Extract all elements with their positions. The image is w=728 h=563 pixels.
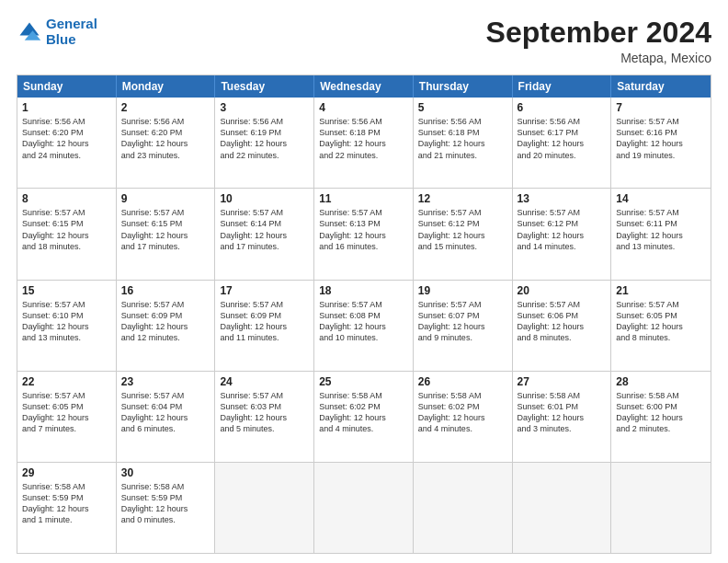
cal-cell-5-3 <box>314 463 414 553</box>
cell-info: Sunrise: 5:57 AM Sunset: 6:05 PM Dayligh… <box>616 299 706 344</box>
cal-cell-5-0: 29Sunrise: 5:58 AM Sunset: 5:59 PM Dayli… <box>17 463 117 553</box>
day-number: 10 <box>220 192 309 205</box>
cal-cell-2-6: 14Sunrise: 5:57 AM Sunset: 6:11 PM Dayli… <box>611 189 711 279</box>
logo-icon <box>17 19 42 45</box>
day-number: 7 <box>616 101 706 114</box>
header-sunday: Sunday <box>17 75 117 98</box>
day-number: 18 <box>319 284 408 297</box>
day-number: 11 <box>319 192 408 205</box>
cal-cell-3-0: 15Sunrise: 5:57 AM Sunset: 6:10 PM Dayli… <box>17 281 117 371</box>
day-number: 20 <box>518 284 607 297</box>
cell-info: Sunrise: 5:58 AM Sunset: 5:59 PM Dayligh… <box>121 481 210 526</box>
cal-cell-3-6: 21Sunrise: 5:57 AM Sunset: 6:05 PM Dayli… <box>611 281 711 371</box>
header-monday: Monday <box>117 75 216 98</box>
day-number: 8 <box>22 192 111 205</box>
header-friday: Friday <box>513 75 612 98</box>
cell-info: Sunrise: 5:57 AM Sunset: 6:09 PM Dayligh… <box>220 299 309 344</box>
page: General Blue September 2024 Metapa, Mexi… <box>0 0 728 563</box>
cal-cell-1-4: 5Sunrise: 5:56 AM Sunset: 6:18 PM Daylig… <box>414 98 513 188</box>
cal-cell-1-5: 6Sunrise: 5:56 AM Sunset: 6:17 PM Daylig… <box>513 98 612 188</box>
cal-cell-2-2: 10Sunrise: 5:57 AM Sunset: 6:14 PM Dayli… <box>215 189 314 279</box>
week-row-4: 22Sunrise: 5:57 AM Sunset: 6:05 PM Dayli… <box>17 371 711 462</box>
cal-cell-1-6: 7Sunrise: 5:57 AM Sunset: 6:16 PM Daylig… <box>611 98 711 188</box>
day-number: 19 <box>418 284 507 297</box>
cal-cell-4-5: 27Sunrise: 5:58 AM Sunset: 6:01 PM Dayli… <box>513 372 612 462</box>
cal-cell-4-3: 25Sunrise: 5:58 AM Sunset: 6:02 PM Dayli… <box>314 372 414 462</box>
day-number: 14 <box>616 192 706 205</box>
cell-info: Sunrise: 5:57 AM Sunset: 6:09 PM Dayligh… <box>121 299 210 344</box>
header-tuesday: Tuesday <box>215 75 314 98</box>
cal-cell-5-2 <box>215 463 314 553</box>
cal-cell-5-4 <box>414 463 513 553</box>
cal-cell-3-4: 19Sunrise: 5:57 AM Sunset: 6:07 PM Dayli… <box>414 281 513 371</box>
cal-cell-2-1: 9Sunrise: 5:57 AM Sunset: 6:15 PM Daylig… <box>117 189 216 279</box>
cell-info: Sunrise: 5:58 AM Sunset: 6:02 PM Dayligh… <box>319 390 408 435</box>
cell-info: Sunrise: 5:57 AM Sunset: 6:12 PM Dayligh… <box>518 207 607 252</box>
cell-info: Sunrise: 5:57 AM Sunset: 6:11 PM Dayligh… <box>616 207 706 252</box>
cell-info: Sunrise: 5:57 AM Sunset: 6:07 PM Dayligh… <box>418 299 507 344</box>
cal-cell-3-1: 16Sunrise: 5:57 AM Sunset: 6:09 PM Dayli… <box>117 281 216 371</box>
calendar-header: Sunday Monday Tuesday Wednesday Thursday… <box>17 75 711 98</box>
cell-info: Sunrise: 5:56 AM Sunset: 6:20 PM Dayligh… <box>121 116 210 161</box>
header-thursday: Thursday <box>414 75 513 98</box>
cell-info: Sunrise: 5:56 AM Sunset: 6:19 PM Dayligh… <box>220 116 309 161</box>
cal-cell-4-2: 24Sunrise: 5:57 AM Sunset: 6:03 PM Dayli… <box>215 372 314 462</box>
day-number: 6 <box>518 101 607 114</box>
cell-info: Sunrise: 5:57 AM Sunset: 6:03 PM Dayligh… <box>220 390 309 435</box>
cal-cell-1-2: 3Sunrise: 5:56 AM Sunset: 6:19 PM Daylig… <box>215 98 314 188</box>
day-number: 22 <box>22 375 111 388</box>
location: Metapa, Mexico <box>486 51 711 65</box>
cal-cell-5-5 <box>513 463 612 553</box>
cell-info: Sunrise: 5:56 AM Sunset: 6:18 PM Dayligh… <box>319 116 408 161</box>
cal-cell-1-0: 1Sunrise: 5:56 AM Sunset: 6:20 PM Daylig… <box>17 98 117 188</box>
logo: General Blue <box>17 17 97 47</box>
cell-info: Sunrise: 5:58 AM Sunset: 6:02 PM Dayligh… <box>418 390 507 435</box>
cal-cell-4-0: 22Sunrise: 5:57 AM Sunset: 6:05 PM Dayli… <box>17 372 117 462</box>
title-area: September 2024 Metapa, Mexico <box>486 17 711 65</box>
cal-cell-3-5: 20Sunrise: 5:57 AM Sunset: 6:06 PM Dayli… <box>513 281 612 371</box>
cell-info: Sunrise: 5:56 AM Sunset: 6:20 PM Dayligh… <box>22 116 111 161</box>
cell-info: Sunrise: 5:57 AM Sunset: 6:06 PM Dayligh… <box>518 299 607 344</box>
cal-cell-4-4: 26Sunrise: 5:58 AM Sunset: 6:02 PM Dayli… <box>414 372 513 462</box>
header-saturday: Saturday <box>611 75 711 98</box>
cell-info: Sunrise: 5:58 AM Sunset: 6:00 PM Dayligh… <box>616 390 706 435</box>
cal-cell-3-3: 18Sunrise: 5:57 AM Sunset: 6:08 PM Dayli… <box>314 281 414 371</box>
day-number: 4 <box>319 101 408 114</box>
cal-cell-2-0: 8Sunrise: 5:57 AM Sunset: 6:15 PM Daylig… <box>17 189 117 279</box>
cal-cell-4-1: 23Sunrise: 5:57 AM Sunset: 6:04 PM Dayli… <box>117 372 216 462</box>
day-number: 5 <box>418 101 507 114</box>
cal-cell-2-5: 13Sunrise: 5:57 AM Sunset: 6:12 PM Dayli… <box>513 189 612 279</box>
calendar: Sunday Monday Tuesday Wednesday Thursday… <box>17 75 711 554</box>
day-number: 29 <box>22 466 111 479</box>
day-number: 17 <box>220 284 309 297</box>
day-number: 28 <box>616 375 706 388</box>
day-number: 3 <box>220 101 309 114</box>
day-number: 15 <box>22 284 111 297</box>
month-title: September 2024 <box>486 17 711 49</box>
cell-info: Sunrise: 5:57 AM Sunset: 6:15 PM Dayligh… <box>22 207 111 252</box>
week-row-5: 29Sunrise: 5:58 AM Sunset: 5:59 PM Dayli… <box>17 462 711 553</box>
day-number: 26 <box>418 375 507 388</box>
day-number: 27 <box>518 375 607 388</box>
cell-info: Sunrise: 5:57 AM Sunset: 6:12 PM Dayligh… <box>418 207 507 252</box>
cal-cell-1-3: 4Sunrise: 5:56 AM Sunset: 6:18 PM Daylig… <box>314 98 414 188</box>
cell-info: Sunrise: 5:57 AM Sunset: 6:08 PM Dayligh… <box>319 299 408 344</box>
header: General Blue September 2024 Metapa, Mexi… <box>17 17 711 65</box>
week-row-3: 15Sunrise: 5:57 AM Sunset: 6:10 PM Dayli… <box>17 280 711 371</box>
cell-info: Sunrise: 5:57 AM Sunset: 6:13 PM Dayligh… <box>319 207 408 252</box>
day-number: 24 <box>220 375 309 388</box>
cell-info: Sunrise: 5:57 AM Sunset: 6:15 PM Dayligh… <box>121 207 210 252</box>
header-wednesday: Wednesday <box>314 75 414 98</box>
cell-info: Sunrise: 5:58 AM Sunset: 5:59 PM Dayligh… <box>22 481 111 526</box>
logo-text: General Blue <box>46 17 97 47</box>
svg-marker-0 <box>20 22 40 35</box>
week-row-1: 1Sunrise: 5:56 AM Sunset: 6:20 PM Daylig… <box>17 98 711 188</box>
day-number: 30 <box>121 466 210 479</box>
cal-cell-5-1: 30Sunrise: 5:58 AM Sunset: 5:59 PM Dayli… <box>117 463 216 553</box>
cal-cell-2-4: 12Sunrise: 5:57 AM Sunset: 6:12 PM Dayli… <box>414 189 513 279</box>
day-number: 25 <box>319 375 408 388</box>
day-number: 23 <box>121 375 210 388</box>
calendar-body: 1Sunrise: 5:56 AM Sunset: 6:20 PM Daylig… <box>17 98 711 553</box>
day-number: 12 <box>418 192 507 205</box>
week-row-2: 8Sunrise: 5:57 AM Sunset: 6:15 PM Daylig… <box>17 188 711 279</box>
